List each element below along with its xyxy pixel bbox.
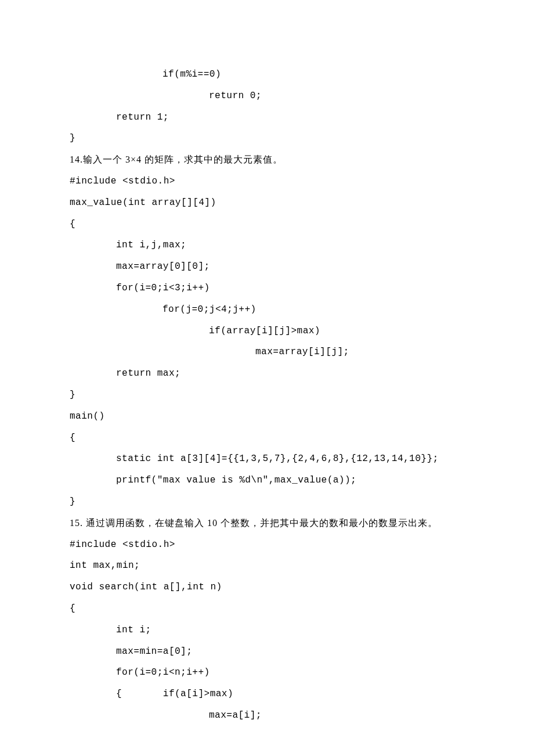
line-30: max=a[i];	[70, 705, 464, 726]
line-2: return 1;	[70, 107, 464, 128]
line-25: {	[70, 598, 464, 620]
line-1: return 0;	[70, 85, 464, 107]
line-22: #include <stdio.h>	[70, 534, 464, 556]
line-18: static int a[3][4]={{1,3,5,7},{2,4,6,8},…	[70, 448, 464, 470]
line-16: main()	[70, 406, 464, 427]
line-6: max_value(int array[][4])	[70, 192, 464, 214]
line-20: }	[70, 491, 464, 513]
line-11: for(j=0;j<4;j++)	[70, 299, 464, 321]
line-3: }	[70, 128, 464, 149]
line-8: int i,j,max;	[70, 235, 464, 256]
line-5: #include <stdio.h>	[70, 171, 464, 192]
line-17: {	[70, 427, 464, 449]
line-27: max=min=a[0];	[70, 641, 464, 663]
document-body: if(m%i==0)return 0;return 1;}14.输入一个 3×4…	[70, 64, 464, 726]
line-19: printf("max value is %d\n",max_value(a))…	[70, 470, 464, 491]
line-14: return max;	[70, 363, 464, 384]
line-21: 15. 通过调用函数，在键盘输入 10 个整数，并把其中最大的数和最小的数显示出…	[70, 513, 464, 534]
line-24: void search(int a[],int n)	[70, 577, 464, 598]
line-28: for(i=0;i<n;i++)	[70, 662, 464, 683]
line-26: int i;	[70, 620, 464, 641]
line-0: if(m%i==0)	[70, 64, 464, 85]
line-13: max=array[i][j];	[70, 341, 464, 363]
line-7: {	[70, 214, 464, 235]
line-4: 14.输入一个 3×4 的矩阵，求其中的最大元素值。	[70, 149, 464, 171]
line-29: { if(a[i]>max)	[70, 683, 464, 705]
line-12: if(array[i][j]>max)	[70, 321, 464, 342]
line-15: }	[70, 384, 464, 406]
line-23: int max,min;	[70, 555, 464, 577]
line-10: for(i=0;i<3;i++)	[70, 278, 464, 299]
line-9: max=array[0][0];	[70, 256, 464, 278]
